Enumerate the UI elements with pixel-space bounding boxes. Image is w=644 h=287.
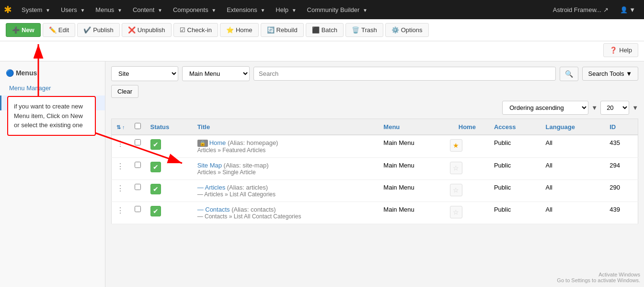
trash-icon: 🗑️	[352, 26, 359, 34]
nav-content[interactable]: Content ▼	[128, 2, 167, 17]
row-checkbox[interactable]	[135, 139, 141, 145]
row-access: Public	[494, 206, 511, 213]
site-filter[interactable]: Site Administrator	[111, 66, 178, 81]
menu-filter[interactable]: Main Menu Secondary Menu	[182, 66, 250, 81]
row-checkbox[interactable]	[135, 206, 141, 212]
nav-system[interactable]: System ▼	[17, 2, 55, 17]
rebuild-button[interactable]: 🔄 Rebuild	[261, 23, 304, 37]
nav-astroid[interactable]: Astroid Framew... ↗	[548, 2, 613, 17]
row-menu: Main Menu	[383, 206, 414, 213]
title-link[interactable]: — Contacts	[197, 206, 230, 213]
x-circle-icon: ❌	[128, 26, 136, 34]
help-row: ❓ Help	[0, 41, 644, 61]
row-checkbox[interactable]	[135, 184, 141, 190]
star-filled-icon: ★	[453, 142, 459, 149]
title-link[interactable]: Home	[209, 139, 226, 146]
edit-button[interactable]: ✏️ Edit	[43, 23, 75, 37]
row-language: All	[546, 184, 552, 191]
alias-text: (Alias: articles)	[227, 184, 268, 191]
batch-icon: ⬛	[312, 26, 320, 34]
row-language: All	[546, 139, 552, 146]
clear-row: Clear	[111, 85, 638, 98]
nav-users[interactable]: Users ▼	[56, 2, 90, 17]
row-subtitle: Articles » Featured Articles	[197, 147, 374, 154]
clear-button[interactable]: Clear	[111, 85, 138, 98]
drag-handle[interactable]: ⋮	[116, 184, 124, 192]
per-page-select[interactable]: 20 5 10 50 100	[600, 101, 629, 115]
alias-text: (Alias: contacts)	[231, 206, 276, 213]
unpublish-button[interactable]: ❌ Unpublish	[122, 23, 172, 37]
home-button[interactable]: ⭐ Home	[220, 23, 259, 37]
row-checkbox[interactable]	[135, 162, 141, 168]
filter-row: Site Administrator Main Menu Secondary M…	[111, 66, 638, 81]
checkin-button[interactable]: ☑ Check-in	[173, 23, 218, 37]
search-input[interactable]	[253, 67, 556, 81]
title-link[interactable]: — Articles	[197, 184, 226, 191]
row-title: — Contacts (Alias: contacts)	[197, 206, 374, 213]
row-id: 294	[610, 162, 620, 169]
ordering-row: Ordering ascending Ordering descending T…	[111, 101, 638, 115]
menus-icon: 🔵	[6, 69, 14, 77]
status-published-icon[interactable]: ✔	[150, 206, 161, 216]
nav-menus[interactable]: Menus ▼	[91, 2, 127, 17]
drag-handle[interactable]: ⋮	[116, 206, 124, 215]
nav-extensions[interactable]: Extensions ▼	[222, 2, 270, 17]
row-id: 439	[610, 206, 620, 213]
home-star-empty[interactable]: ☆	[450, 206, 462, 218]
sidebar-item-menu-manager[interactable]: Menu Manager	[0, 81, 105, 96]
help-button[interactable]: ❓ Help	[603, 43, 638, 57]
gear-icon: ⚙️	[391, 26, 399, 34]
row-menu: Main Menu	[383, 184, 414, 191]
checkin-icon: ☑	[180, 26, 185, 34]
options-button[interactable]: ⚙️ Options	[385, 23, 429, 37]
col-status[interactable]: Status	[146, 119, 193, 135]
search-button[interactable]: 🔍	[560, 67, 578, 81]
col-title[interactable]: Title	[193, 119, 379, 135]
ordering-select[interactable]: Ordering ascending Ordering descending T…	[502, 101, 588, 115]
batch-button[interactable]: ⬛ Batch	[306, 23, 344, 37]
col-menu[interactable]: Menu	[379, 119, 445, 135]
home-star-empty[interactable]: ☆	[450, 162, 462, 174]
sidebar: 🔵 Menus Menu Manager Main Menu	[0, 61, 105, 287]
row-title: 🔒Home (Alias: homepage)	[197, 139, 374, 147]
star-empty-icon: ☆	[453, 186, 459, 194]
publish-button[interactable]: ✔️ Publish	[77, 23, 120, 37]
star-empty-icon: ☆	[453, 164, 459, 172]
home-star-filled[interactable]: ★	[450, 139, 462, 152]
nav-help[interactable]: Help ▼	[271, 2, 301, 17]
new-button[interactable]: ➕ New	[6, 23, 41, 37]
alias-text: (Alias: homepage)	[228, 139, 278, 146]
drag-handle[interactable]: ⋮	[116, 140, 124, 148]
drag-handle[interactable]: ⋮	[116, 162, 124, 170]
status-published-icon[interactable]: ✔	[150, 184, 161, 194]
nav-user-icon[interactable]: 👤 ▼	[615, 2, 640, 17]
status-published-icon[interactable]: ✔	[150, 139, 161, 150]
chevron-down-icon-ordering: ▼	[591, 104, 598, 111]
content-area: Site Administrator Main Menu Secondary M…	[105, 61, 644, 287]
row-language: All	[546, 162, 552, 169]
row-access: Public	[494, 184, 511, 191]
title-link[interactable]: Site Map	[197, 162, 222, 169]
table-row: ⋮✔ Site Map (Alias: site-map) Articles »…	[112, 158, 638, 180]
search-tools-button[interactable]: Search Tools ▼	[582, 67, 638, 81]
row-menu: Main Menu	[383, 139, 414, 146]
col-language[interactable]: Language	[541, 119, 605, 135]
col-id[interactable]: ID	[605, 119, 638, 135]
table-row: ⋮✔ — Articles (Alias: articles) — Articl…	[112, 180, 638, 202]
status-published-icon[interactable]: ✔	[150, 162, 161, 172]
select-all-checkbox[interactable]	[135, 123, 141, 129]
refresh-icon: 🔄	[267, 26, 275, 34]
trash-button[interactable]: 🗑️ Trash	[345, 23, 383, 37]
row-id: 290	[610, 184, 620, 191]
nav-components[interactable]: Components ▼	[168, 2, 221, 17]
col-home[interactable]: Home	[445, 119, 489, 135]
row-id: 435	[610, 139, 620, 146]
sidebar-header: 🔵 Menus	[0, 65, 105, 81]
nav-community-builder[interactable]: Community Builder ▼	[302, 2, 372, 17]
edit-icon: ✏️	[49, 26, 57, 34]
home-star-empty[interactable]: ☆	[450, 184, 462, 196]
check-icon: ✔️	[83, 26, 91, 34]
chevron-down-icon-perpage: ▼	[632, 104, 638, 111]
sort-arrows-col[interactable]: ⇅ ↑	[116, 124, 125, 130]
col-access[interactable]: Access	[489, 119, 541, 135]
